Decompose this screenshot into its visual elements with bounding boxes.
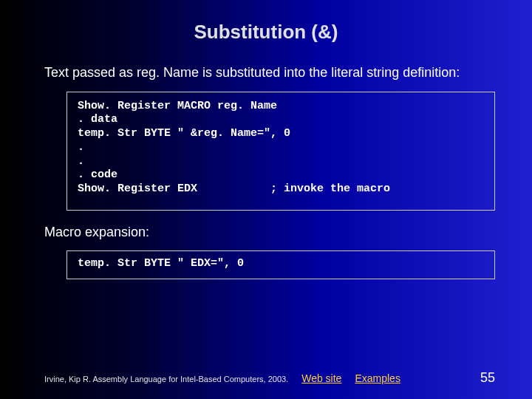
code-line: Show. Register EDX (78, 183, 197, 195)
intro-text: Text passed as reg. Name is substituted … (37, 64, 495, 81)
code-line: temp. Str BYTE " EDX=", 0 (78, 257, 244, 270)
page-number: 55 (480, 370, 495, 386)
code-comment: ; invoke the macro (270, 183, 390, 195)
expansion-label: Macro expansion: (37, 224, 495, 241)
code-block-expansion: temp. Str BYTE " EDX=", 0 (66, 250, 495, 279)
code-block-macro: Show. Register MACRO reg. Name . data te… (66, 92, 495, 211)
footer: Irvine, Kip R. Assembly Language for Int… (44, 370, 495, 386)
examples-link[interactable]: Examples (355, 372, 400, 384)
code-line: temp. Str BYTE " &reg. Name=", 0 (78, 127, 290, 140)
code-line: . code (78, 168, 117, 181)
code-line: . (78, 141, 84, 154)
web-site-link[interactable]: Web site (301, 372, 341, 384)
slide-title: Substitution (&) (37, 21, 495, 44)
code-line: . (78, 155, 84, 168)
code-line: Show. Register MACRO reg. Name (78, 100, 277, 112)
footer-credit: Irvine, Kip R. Assembly Language for Int… (44, 375, 288, 383)
code-line: . data (78, 113, 117, 126)
